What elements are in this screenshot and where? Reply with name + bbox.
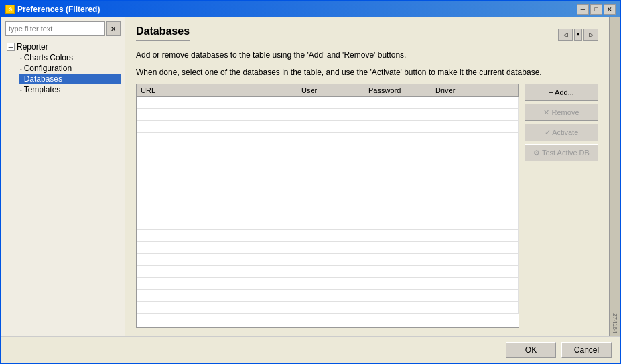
- table-row[interactable]: [137, 302, 519, 314]
- title-bar-left: ⚙ Preferences (Filtered): [5, 5, 100, 14]
- table-row[interactable]: [137, 254, 519, 266]
- tree-item-databases[interactable]: - Databases: [19, 74, 121, 84]
- tree-child-label: Templates: [24, 85, 61, 94]
- tree-child-dot: -: [20, 76, 22, 82]
- table-row[interactable]: [137, 121, 519, 133]
- main-header: Databases ◁ ▾ ▷: [136, 25, 598, 43]
- add-button[interactable]: + Add...: [525, 84, 598, 101]
- table-row[interactable]: [137, 169, 519, 181]
- preferences-window: ⚙ Preferences (Filtered) ─ □ ✕ ✕ ─ Repor…: [0, 0, 621, 364]
- tree-item-templates[interactable]: - Templates: [19, 84, 121, 95]
- tree-child-dot: -: [20, 66, 22, 72]
- table-row[interactable]: [137, 290, 519, 302]
- table-row[interactable]: [137, 205, 519, 217]
- table-row[interactable]: [137, 242, 519, 254]
- col-header-url: URL: [137, 84, 297, 96]
- nav-area: ◁ ▾ ▷: [558, 29, 598, 41]
- nav-dropdown-button[interactable]: ▾: [574, 29, 582, 41]
- close-button[interactable]: ✕: [604, 4, 616, 15]
- ok-button[interactable]: OK: [506, 342, 556, 358]
- bottom-bar: OK Cancel: [1, 336, 620, 363]
- col-header-password: Password: [364, 84, 431, 96]
- tree-child-label: Charts Colors: [24, 53, 73, 62]
- tree-child-dot: -: [20, 87, 22, 93]
- test-active-db-button[interactable]: ⚙ Test Active DB: [525, 144, 598, 161]
- action-buttons: + Add... ✕ Remove ✓ Activate ⚙ Test Acti…: [525, 84, 598, 328]
- minimize-button[interactable]: ─: [577, 4, 589, 15]
- table-row[interactable]: [137, 230, 519, 242]
- table-row[interactable]: [137, 193, 519, 205]
- table-row[interactable]: [137, 266, 519, 278]
- table-row[interactable]: [137, 133, 519, 145]
- tree-child-label: Databases: [24, 74, 62, 84]
- databases-table: URL User Password Driver: [136, 84, 519, 328]
- description-2: When done, select one of the databases i…: [136, 66, 598, 78]
- tree-root-label: Reporter: [17, 42, 48, 52]
- nav-back-button[interactable]: ◁: [558, 29, 573, 41]
- page-title: Databases: [136, 25, 190, 41]
- right-decoration: 274164: [609, 17, 620, 336]
- table-row[interactable]: [137, 217, 519, 230]
- tree-children: - Charts Colors - Configuration - Databa…: [19, 52, 121, 95]
- title-buttons: ─ □ ✕: [577, 4, 616, 15]
- content-area: ✕ ─ Reporter - Charts Colors - Configura…: [1, 17, 620, 336]
- filter-clear-button[interactable]: ✕: [106, 21, 121, 36]
- window-title: Preferences (Filtered): [17, 5, 100, 14]
- tree-expand-icon[interactable]: ─: [7, 43, 15, 51]
- col-header-user: User: [297, 84, 364, 96]
- table-body: [137, 97, 519, 314]
- title-bar: ⚙ Preferences (Filtered) ─ □ ✕: [1, 1, 620, 17]
- maximize-button[interactable]: □: [590, 4, 602, 15]
- cancel-button[interactable]: Cancel: [561, 342, 612, 358]
- description-1: Add or remove databases to the table usi…: [136, 49, 598, 61]
- tree: ─ Reporter - Charts Colors - Configurati…: [5, 41, 121, 95]
- decoration-text: 274164: [612, 313, 618, 333]
- filter-input[interactable]: [5, 21, 105, 36]
- table-row[interactable]: [137, 109, 519, 121]
- table-row[interactable]: [137, 157, 519, 169]
- table-row[interactable]: [137, 181, 519, 193]
- filter-row: ✕: [5, 21, 121, 36]
- tree-item-charts-colors[interactable]: - Charts Colors: [19, 52, 121, 63]
- tree-child-label: Configuration: [24, 64, 72, 73]
- activate-button[interactable]: ✓ Activate: [525, 124, 598, 141]
- window-icon: ⚙: [5, 5, 15, 14]
- tree-item-configuration[interactable]: - Configuration: [19, 63, 121, 74]
- table-header: URL User Password Driver: [137, 84, 519, 97]
- remove-button[interactable]: ✕ Remove: [525, 104, 598, 121]
- tree-child-dot: -: [20, 55, 22, 61]
- col-header-driver: Driver: [431, 84, 519, 96]
- tree-root-reporter[interactable]: ─ Reporter: [5, 41, 121, 52]
- sidebar: ✕ ─ Reporter - Charts Colors - Configura…: [1, 17, 125, 336]
- nav-forward-button[interactable]: ▷: [583, 29, 598, 41]
- table-row[interactable]: [137, 97, 519, 109]
- main-panel: Databases ◁ ▾ ▷ Add or remove databases …: [125, 17, 609, 336]
- table-row[interactable]: [137, 278, 519, 290]
- table-area: URL User Password Driver: [136, 84, 598, 328]
- table-row[interactable]: [137, 145, 519, 157]
